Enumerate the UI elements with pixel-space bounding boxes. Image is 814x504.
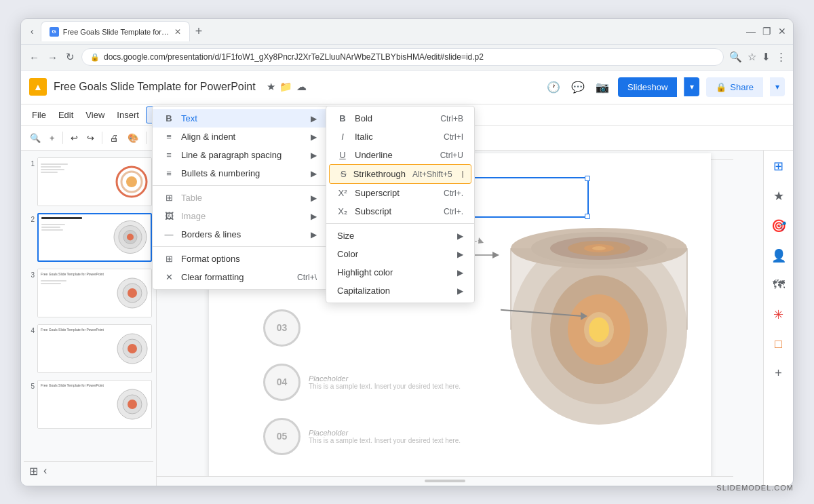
- menu-dots-icon[interactable]: ⋮: [776, 51, 786, 63]
- capitalization-label: Capitalization: [337, 286, 450, 296]
- sidebar-map-icon[interactable]: 🗺: [770, 275, 788, 295]
- share-button[interactable]: 🔒 Share: [706, 77, 763, 97]
- slide-thumb-5[interactable]: 5 Free Goals Slide Template for PowerPoi…: [24, 379, 153, 430]
- comment-icon[interactable]: 💬: [569, 79, 587, 96]
- format-menu-borders[interactable]: — Borders & lines ▶: [153, 225, 328, 244]
- text-superscript[interactable]: X² Superscript Ctrl+.: [326, 184, 474, 202]
- line: [41, 224, 65, 225]
- text-italic[interactable]: I Italic Ctrl+I: [326, 128, 474, 146]
- format-menu-text[interactable]: B Text ▶: [153, 109, 328, 128]
- minimize-button[interactable]: —: [746, 26, 756, 37]
- text-strikethrough[interactable]: S Strikethrough Alt+Shift+5 |: [329, 164, 471, 184]
- grid-view-icon[interactable]: ⊞: [29, 465, 38, 478]
- subscript-shortcut: Ctrl+.: [444, 207, 463, 216]
- slideshow-dropdown-button[interactable]: ▾: [684, 77, 699, 96]
- align-label: Align & indent: [181, 132, 304, 142]
- sidebar-box-icon[interactable]: □: [772, 334, 785, 354]
- app-title: Free Goals Slide Template for PowerPoint: [54, 81, 256, 93]
- text-subscript[interactable]: X₂ Subscript Ctrl+.: [326, 202, 474, 220]
- menu-edit[interactable]: Edit: [53, 107, 79, 123]
- zoom-btn[interactable]: +: [46, 131, 58, 145]
- slide-thumb-3[interactable]: 3 Free Goals Slide Template for PowerPoi…: [24, 267, 153, 319]
- camera-icon[interactable]: 📷: [594, 79, 611, 96]
- text-color[interactable]: Color ▶: [326, 245, 474, 263]
- folder-icon[interactable]: 📁: [279, 81, 292, 93]
- tab-close-button[interactable]: ✕: [174, 27, 181, 37]
- cloud-icon[interactable]: ☁: [296, 81, 307, 93]
- slide-thumb-4[interactable]: 4 Free Goals Slide Template for PowerPoi…: [24, 323, 153, 374]
- text-size[interactable]: Size ▶: [326, 227, 474, 245]
- address-bar: ← → ↻ 🔒 docs.google.com/presentation/d/1…: [21, 45, 793, 71]
- format-menu-image[interactable]: 🖼 Image ▶: [153, 207, 328, 225]
- slide-item-04: 04 Placeholder This is a sample text. In…: [263, 364, 461, 401]
- text-capitalization[interactable]: Capitalization ▶: [326, 282, 474, 300]
- size-label: Size: [337, 231, 450, 241]
- sidebar-plus-icon[interactable]: +: [772, 364, 785, 383]
- back-button[interactable]: ←: [28, 50, 41, 64]
- history-icon[interactable]: 🕐: [545, 79, 562, 96]
- svg-point-2: [126, 176, 137, 187]
- text-highlight-color[interactable]: Highlight color ▶: [326, 263, 474, 282]
- lock-share-icon: 🔒: [716, 82, 726, 92]
- window-controls: — ❐ ✕: [746, 26, 786, 37]
- close-button[interactable]: ✕: [778, 26, 786, 37]
- submenu-div: [326, 223, 474, 224]
- text-underline[interactable]: U Underline Ctrl+U: [326, 146, 474, 164]
- forward-button[interactable]: →: [46, 50, 59, 64]
- share-label: Share: [730, 82, 754, 92]
- slide-item-05: 05 Placeholder This is a sample text. In…: [263, 418, 461, 455]
- thumb-content-1: [38, 158, 151, 206]
- zoom-out-btn[interactable]: 🔍: [26, 131, 44, 145]
- maximize-button[interactable]: ❐: [762, 26, 771, 37]
- url-bar[interactable]: 🔒 docs.google.com/presentation/d/1F1foW1…: [81, 48, 724, 66]
- format-menu-bullets[interactable]: ≡ Bullets & numbering ▶: [153, 164, 328, 182]
- sidebar-target-icon[interactable]: 🎯: [769, 216, 789, 236]
- new-tab-button[interactable]: +: [193, 24, 206, 39]
- slide-img-1: [37, 157, 152, 206]
- slideshow-button[interactable]: Slideshow: [618, 77, 677, 97]
- sidebar-asterisk-icon[interactable]: ✳: [771, 305, 786, 325]
- slide-img-3: Free Goals Slide Template for PowerPoint: [37, 269, 152, 317]
- menu-insert[interactable]: Insert: [111, 107, 144, 123]
- sidebar-person-icon[interactable]: 👤: [769, 246, 789, 266]
- paint-btn[interactable]: 🎨: [124, 131, 142, 145]
- print-btn[interactable]: 🖨: [106, 131, 122, 145]
- line: [41, 166, 61, 168]
- svg-marker-35: [478, 237, 484, 244]
- zoom-icon[interactable]: 🔍: [729, 51, 742, 63]
- menu-view[interactable]: View: [80, 107, 110, 123]
- tab-back-arrow[interactable]: ‹: [28, 24, 37, 38]
- subscript-label: Subscript: [355, 206, 437, 216]
- slide-panel: 1: [21, 151, 157, 486]
- undo-btn[interactable]: ↩: [67, 131, 81, 145]
- borders-arrow: ▶: [311, 230, 317, 239]
- sidebar-sheets-icon[interactable]: ⊞: [771, 156, 786, 176]
- format-menu-clear[interactable]: ✕ Clear formatting Ctrl+\: [153, 268, 328, 286]
- slide-thumb-1[interactable]: 1: [24, 156, 153, 208]
- star-icon[interactable]: ★: [267, 81, 275, 93]
- text-bold[interactable]: B Bold Ctrl+B: [326, 109, 474, 128]
- thumb-lines-2: [41, 224, 65, 232]
- format-menu-options[interactable]: ⊞ Format options: [153, 250, 328, 268]
- text-submenu: B Bold Ctrl+B I Italic Ctrl+I U Underlin…: [326, 106, 475, 303]
- text-arrow-icon: ▶: [311, 114, 317, 123]
- menu-file[interactable]: File: [26, 107, 52, 123]
- slide-thumb-2[interactable]: 2: [24, 212, 153, 263]
- redo-btn[interactable]: ↪: [83, 131, 98, 145]
- sidebar-star-icon[interactable]: ★: [771, 186, 787, 206]
- thumb-lines-1: [41, 163, 68, 174]
- collapse-panel-icon[interactable]: ‹: [43, 465, 47, 477]
- toolbar-right: 🕐 💬 📷 Slideshow ▾ 🔒 Share ▾: [545, 77, 785, 97]
- bookmark-icon[interactable]: ☆: [748, 51, 756, 63]
- download-icon[interactable]: ⬇: [762, 51, 771, 63]
- share-dropdown-button[interactable]: ▾: [770, 77, 785, 96]
- image-arrow: ▶: [311, 212, 317, 221]
- format-menu-linespace[interactable]: ≡ Line & paragraph spacing ▶: [153, 146, 328, 164]
- format-menu-align[interactable]: ≡ Align & indent ▶: [153, 128, 328, 146]
- horizontal-scrollbar[interactable]: [157, 476, 733, 486]
- format-menu-table[interactable]: ⊞ Table ▶: [153, 189, 328, 207]
- reload-button[interactable]: ↻: [64, 50, 76, 64]
- slide-img-2: [37, 213, 152, 262]
- url-text: docs.google.com/presentation/d/1F1foW1_g…: [104, 52, 484, 62]
- browser-tab[interactable]: G Free Goals Slide Template for P... ✕: [41, 21, 190, 41]
